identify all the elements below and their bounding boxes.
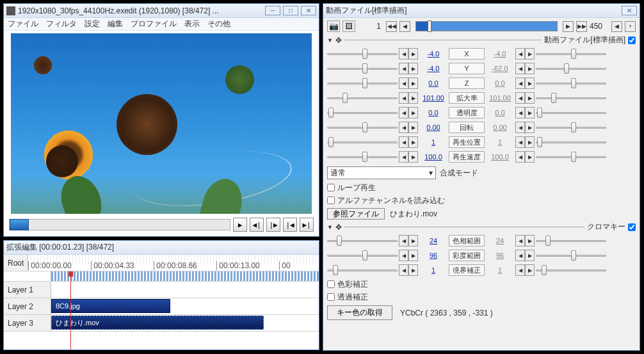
param-slider-right[interactable] bbox=[536, 77, 606, 90]
camera-icon[interactable]: 📷 bbox=[327, 20, 340, 32]
param-value-right[interactable]: 0.0 bbox=[486, 109, 514, 117]
blend-mode-select[interactable]: 通常▾ bbox=[327, 166, 436, 179]
video-preview[interactable] bbox=[11, 33, 312, 214]
param-slider-left[interactable] bbox=[327, 249, 398, 262]
loop-check[interactable] bbox=[327, 184, 335, 191]
param-slider-right[interactable] bbox=[536, 249, 606, 262]
param-slider-right[interactable] bbox=[536, 47, 606, 60]
play-button[interactable]: ▶ bbox=[233, 218, 247, 232]
param-value-left[interactable]: 0.00 bbox=[419, 124, 447, 131]
param-slider-right[interactable] bbox=[536, 136, 606, 149]
timeline-layer-row[interactable]: Layer 3ひまわり.mov bbox=[4, 315, 319, 332]
param-value-right[interactable]: 1 bbox=[486, 266, 514, 274]
param-value-right[interactable]: 24 bbox=[486, 237, 514, 245]
section-chromakey[interactable]: ▼ ✥ クロマキー bbox=[327, 221, 636, 232]
menu-edit[interactable]: 編集 bbox=[108, 19, 123, 29]
get-key-color-button[interactable]: キー色の取得 bbox=[327, 305, 392, 320]
param-value-left[interactable]: 0.0 bbox=[419, 79, 447, 87]
step-right-inc[interactable]: ▶ bbox=[525, 235, 535, 246]
step-left-dec[interactable]: ◀ bbox=[399, 63, 408, 74]
param-slider-right[interactable] bbox=[536, 264, 606, 277]
timeline-layer-row[interactable]: Layer 1 bbox=[4, 282, 319, 298]
step-left-inc[interactable]: ▶ bbox=[408, 264, 418, 276]
param-slider-right[interactable] bbox=[536, 106, 606, 119]
menu-filter[interactable]: フィルタ bbox=[46, 19, 77, 29]
param-slider-left[interactable] bbox=[327, 92, 398, 104]
param-value-right[interactable]: 100.0 bbox=[486, 153, 514, 161]
step-right-inc[interactable]: ▶ bbox=[525, 107, 535, 118]
param-slider-left[interactable] bbox=[327, 62, 398, 75]
trans-correct-check[interactable] bbox=[327, 293, 335, 301]
close-button[interactable]: ✕ bbox=[301, 6, 316, 15]
timeline-layer-row[interactable]: Layer 28C9.jpg bbox=[4, 298, 319, 315]
step-right-dec[interactable]: ◀ bbox=[515, 63, 525, 74]
step-right-dec[interactable]: ◀ bbox=[515, 92, 525, 104]
step-right-dec[interactable]: ◀ bbox=[515, 151, 525, 163]
param-slider-right[interactable] bbox=[536, 92, 606, 104]
param-name-button[interactable]: 色相範囲 bbox=[449, 235, 485, 246]
frame-next-button[interactable]: ▶ bbox=[563, 21, 574, 32]
param-value-left[interactable]: -4.0 bbox=[419, 50, 447, 58]
menu-profile[interactable]: プロファイル bbox=[131, 19, 177, 29]
goto-end-button[interactable]: ▶| bbox=[300, 218, 314, 232]
param-value-left[interactable]: 100.0 bbox=[419, 153, 447, 161]
step-right-dec[interactable]: ◀ bbox=[515, 122, 525, 133]
step-right-inc[interactable]: ▶ bbox=[525, 63, 535, 74]
param-value-right[interactable]: -4.0 bbox=[486, 50, 514, 58]
param-slider-left[interactable] bbox=[327, 77, 398, 90]
param-slider-left[interactable] bbox=[327, 234, 398, 247]
step-left-dec[interactable]: ◀ bbox=[399, 48, 408, 60]
menu-settings[interactable]: 設定 bbox=[85, 19, 100, 29]
menu-view[interactable]: 表示 bbox=[184, 19, 200, 29]
step-right-dec[interactable]: ◀ bbox=[515, 107, 525, 118]
param-slider-right[interactable] bbox=[536, 121, 606, 134]
anchor-icon[interactable]: ✥ bbox=[335, 223, 342, 232]
param-value-left[interactable]: 101.00 bbox=[419, 94, 447, 102]
step-right-inc[interactable]: ▶ bbox=[525, 48, 535, 60]
color-correct-check[interactable] bbox=[327, 280, 335, 288]
frame-first-button[interactable]: ◀◀ bbox=[386, 21, 397, 32]
layer-label[interactable]: Layer 2 bbox=[4, 298, 51, 314]
root-label[interactable]: Root bbox=[4, 255, 28, 271]
step-left-dec[interactable]: ◀ bbox=[399, 107, 408, 118]
goto-start-button[interactable]: |◀ bbox=[283, 218, 297, 232]
param-slider-left[interactable] bbox=[327, 150, 398, 163]
param-value-left[interactable]: 0.0 bbox=[419, 109, 447, 117]
layer-track[interactable]: ひまわり.mov bbox=[51, 315, 319, 331]
timeline-ruler[interactable]: Root 00:00:00.00 00:00:04.33 00:00:08.66… bbox=[4, 255, 319, 271]
menu-file[interactable]: ファイル bbox=[8, 19, 38, 29]
root-track-row[interactable] bbox=[4, 271, 319, 282]
step-left-inc[interactable]: ▶ bbox=[408, 235, 418, 246]
image-icon[interactable]: 🖼 bbox=[342, 20, 355, 32]
param-name-button[interactable]: Z bbox=[449, 77, 485, 89]
section2-enable-check[interactable] bbox=[628, 223, 636, 231]
step-fwd-button[interactable]: |▶ bbox=[266, 218, 280, 232]
step-left-inc[interactable]: ▶ bbox=[408, 151, 418, 163]
step-right-inc[interactable]: ▶ bbox=[525, 264, 535, 276]
step-left-dec[interactable]: ◀ bbox=[399, 250, 408, 261]
step-left-dec[interactable]: ◀ bbox=[399, 77, 408, 89]
layer-track[interactable] bbox=[51, 282, 319, 298]
param-name-button[interactable]: Y bbox=[449, 63, 485, 74]
step-right-inc[interactable]: ▶ bbox=[525, 122, 535, 133]
step-right-dec[interactable]: ◀ bbox=[515, 235, 525, 246]
minimize-button[interactable]: ─ bbox=[265, 6, 280, 15]
step-right-dec[interactable]: ◀ bbox=[515, 250, 525, 261]
timeline-clip[interactable]: ひまわり.mov bbox=[51, 316, 264, 330]
param-slider-right[interactable] bbox=[536, 234, 606, 247]
main-titlebar[interactable]: 1920x1080_30fps_44100Hz.exedit (1920,108… bbox=[4, 4, 319, 18]
param-name-button[interactable]: X bbox=[449, 48, 485, 60]
step-right-dec[interactable]: ◀ bbox=[515, 48, 525, 60]
param-value-left[interactable]: 1 bbox=[419, 266, 447, 274]
scrub-bar[interactable] bbox=[9, 219, 230, 230]
param-name-button[interactable]: 拡大率 bbox=[449, 92, 485, 104]
step-left-dec[interactable]: ◀ bbox=[399, 264, 408, 276]
param-value-left[interactable]: 24 bbox=[419, 237, 447, 245]
layer-label[interactable]: Layer 3 bbox=[4, 315, 51, 331]
step-left-dec[interactable]: ◀ bbox=[399, 235, 408, 246]
alpha-check[interactable] bbox=[327, 197, 335, 204]
param-slider-right[interactable] bbox=[536, 62, 606, 75]
param-name-button[interactable]: 回転 bbox=[449, 122, 485, 133]
step-left-inc[interactable]: ▶ bbox=[408, 63, 418, 74]
step-left-dec[interactable]: ◀ bbox=[399, 92, 408, 104]
